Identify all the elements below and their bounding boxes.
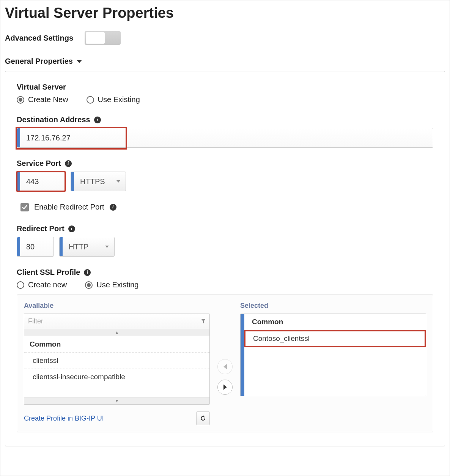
picker-buttons [217,302,233,425]
available-group: Common [24,336,209,353]
service-port-input-wrap: 443 [17,172,65,191]
general-properties-label: General Properties [5,57,73,66]
dest-addr-input[interactable]: 172.16.76.27 [20,134,77,142]
ssl-use-existing-radio[interactable] [85,281,93,289]
ssl-create-new-radio[interactable] [17,281,24,289]
service-port-label: Service Port [17,159,61,168]
list-item[interactable]: Contoso_clientssl [245,331,425,347]
vs-use-existing-label: Use Existing [98,95,140,104]
available-header: Available [24,302,210,310]
advanced-settings-toggle[interactable] [85,31,121,45]
vs-use-existing-radio[interactable] [87,96,94,104]
chevron-down-icon [105,246,109,248]
create-profile-link[interactable]: Create Profile in BIG-IP UI [24,415,104,422]
filter-input[interactable]: Filter [28,317,43,325]
enable-redirect-label: Enable Redirect Port [34,203,104,211]
page-title: Virtual Server Properties [5,5,445,21]
input-accent [17,237,20,256]
advanced-settings-label: Advanced Settings [5,34,73,43]
virtual-server-label: Virtual Server [17,83,433,91]
advanced-settings-row: Advanced Settings [5,31,447,45]
scroll-up-icon[interactable]: ▲ [24,329,209,336]
selected-list[interactable]: Common Contoso_clientssl [244,314,426,396]
info-icon[interactable]: i [68,225,75,232]
filter-icon[interactable] [201,317,206,325]
caret-down-icon [77,60,82,63]
list-item[interactable]: clientssl-insecure-compatible [24,369,209,385]
service-port-input[interactable]: 443 [20,177,45,186]
service-port-proto-value: HTTPS [74,177,119,186]
chevron-down-icon [116,180,120,183]
selected-header: Selected [240,302,426,310]
dest-addr-input-wrap: 172.16.76.27 [17,128,433,148]
selected-listbox: Common Contoso_clientssl [240,314,426,396]
selected-column: Selected Common Contoso_clientssl [240,302,426,425]
service-port-proto-select[interactable]: HTTPS [71,172,126,191]
select-accent [60,237,63,256]
redirect-port-proto-value: HTTP [63,243,102,251]
selected-group: Common [244,314,426,330]
input-accent [17,128,20,147]
general-properties-header[interactable]: General Properties [5,57,447,66]
redirect-port-proto-select[interactable]: HTTP [59,237,115,257]
select-accent [241,314,244,396]
page: Virtual Server Properties Advanced Setti… [0,0,450,476]
redirect-port-label: Redirect Port [17,224,65,233]
available-listbox: Filter ▲ Common clientssl clientssl-inse… [24,314,210,405]
redirect-port-input-wrap: 80 [17,237,54,257]
enable-redirect-checkbox[interactable] [20,203,29,211]
general-properties-card: Virtual Server Create New Use Existing D… [5,71,445,446]
arrow-left-icon [223,364,227,369]
ssl-create-new-label: Create new [28,281,67,289]
ssl-use-existing-label: Use Existing [96,281,138,289]
input-accent [17,172,20,191]
dest-addr-label: Destination Address [17,115,90,124]
info-icon[interactable]: i [65,160,72,167]
ssl-profile-picker: Available Filter ▲ Common clientssl [17,295,433,432]
info-icon[interactable]: i [84,269,91,276]
scroll-down-icon[interactable]: ▼ [24,397,209,404]
list-item[interactable]: clientssl [24,353,209,369]
info-icon[interactable]: i [110,204,116,211]
info-icon[interactable]: i [94,117,101,123]
move-left-button[interactable] [217,359,233,374]
available-column: Available Filter ▲ Common clientssl [24,302,210,425]
available-list[interactable]: Common clientssl clientssl-insecure-comp… [24,336,209,397]
vs-create-new-label: Create New [28,95,68,104]
refresh-button[interactable] [196,411,210,425]
filter-row: Filter [24,314,209,329]
select-accent [71,172,74,191]
move-right-button[interactable] [217,380,233,395]
vs-create-new-radio[interactable] [17,96,24,104]
redirect-port-input[interactable]: 80 [20,243,41,251]
arrow-right-icon [223,385,227,390]
ssl-profile-label: Client SSL Profile [17,268,80,277]
